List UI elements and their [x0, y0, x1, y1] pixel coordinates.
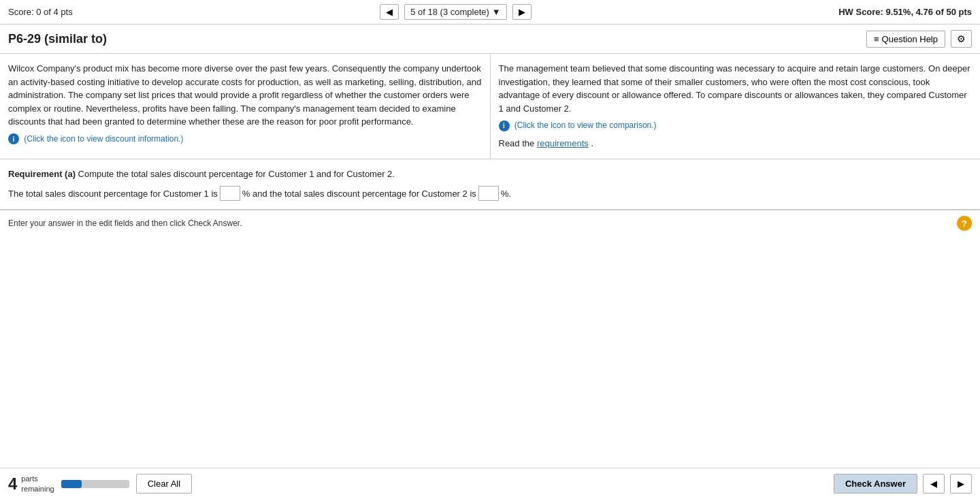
prev-question-btn[interactable]: ◀ — [380, 4, 399, 20]
top-bar: Score: 0 of 4 pts ◀ 5 of 18 (3 complete)… — [0, 0, 980, 25]
bottom-info-text: Enter your answer in the edit fields and… — [8, 219, 242, 228]
title-bar-right: ≡ Question Help ⚙ — [866, 30, 972, 48]
requirements-link[interactable]: requirements — [537, 138, 589, 148]
gear-btn[interactable]: ⚙ — [951, 30, 972, 48]
comparison-info-link[interactable]: i (Click the icon to view the comparison… — [499, 119, 973, 131]
discount-info-link[interactable]: i (Click the icon to view discount infor… — [8, 133, 482, 145]
requirement-text: Requirement (a) Compute the total sales … — [8, 167, 972, 181]
customer1-input[interactable] — [220, 186, 240, 201]
customer2-input[interactable] — [478, 186, 499, 201]
right-paragraph: The management team believed that some d… — [499, 62, 973, 115]
requirements-row: Read the requirements . — [499, 137, 973, 150]
input-row: The total sales discount percentage for … — [8, 186, 972, 201]
info-icon-right: i — [499, 120, 510, 131]
next-question-btn[interactable]: ▶ — [512, 4, 532, 20]
info-icon-left: i — [8, 133, 19, 144]
title-bar: P6-29 (similar to) ≡ Question Help ⚙ — [0, 25, 980, 54]
content-left: Wilcox Company's product mix has become … — [0, 54, 491, 159]
requirement-section: Requirement (a) Compute the total sales … — [0, 159, 980, 210]
bottom-info: Enter your answer in the edit fields and… — [0, 210, 980, 236]
content-right: The management team believed that some d… — [491, 54, 981, 159]
question-help-btn[interactable]: ≡ Question Help — [866, 31, 945, 48]
score-label: Score: 0 of 4 pts — [8, 7, 73, 17]
content-area: Wilcox Company's product mix has become … — [0, 54, 980, 159]
hw-score-label: HW Score: 9.51%, 4.76 of 50 pts — [838, 7, 972, 17]
page-title: P6-29 (similar to) — [8, 32, 107, 46]
navigation-center: ◀ 5 of 18 (3 complete) ▼ ▶ — [380, 4, 532, 20]
progress-dropdown[interactable]: 5 of 18 (3 complete) ▼ — [404, 4, 507, 20]
list-icon: ≡ — [874, 34, 879, 44]
help-icon[interactable]: ? — [957, 216, 972, 231]
left-paragraph: Wilcox Company's product mix has become … — [8, 62, 482, 129]
